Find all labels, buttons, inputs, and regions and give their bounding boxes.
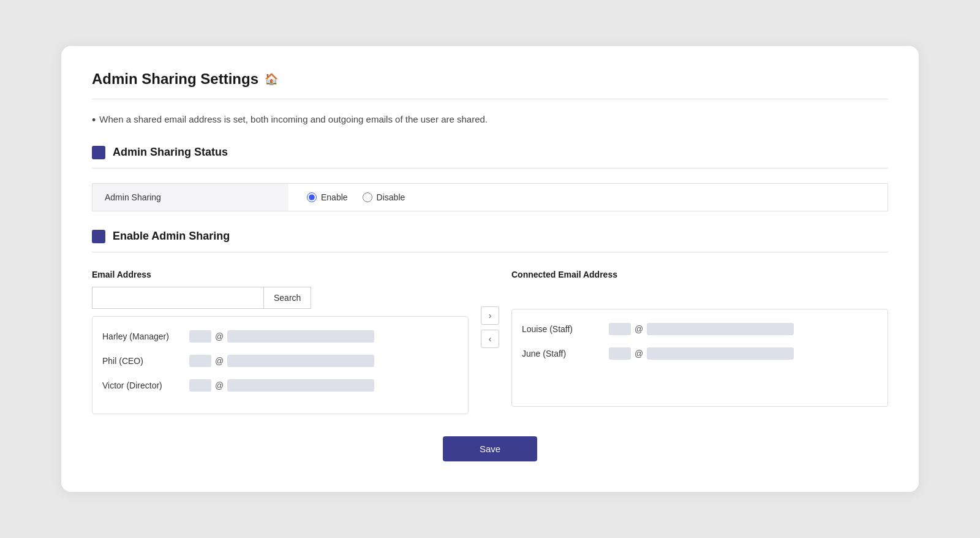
title-divider (92, 99, 888, 99)
disable-label: Disable (377, 192, 405, 202)
at-sign: @ (215, 332, 224, 341)
email-domain-block (227, 330, 374, 343)
at-sign: @ (635, 349, 643, 358)
arrow-buttons: › ‹ (469, 306, 511, 348)
status-section-header: Admin Sharing Status (92, 146, 888, 159)
email-domain-block (227, 379, 374, 392)
main-card: Admin Sharing Settings 🏠 When a shared e… (61, 46, 919, 492)
enable-radio-option[interactable]: Enable (307, 192, 348, 202)
enable-label: Enable (321, 192, 348, 202)
user-email: @ (609, 347, 878, 360)
page-title-text: Admin Sharing Settings (92, 70, 258, 88)
move-right-button[interactable]: › (481, 306, 499, 325)
user-email: @ (609, 323, 878, 335)
email-domain-block (647, 347, 794, 360)
list-item: Victor (Director) @ (102, 373, 458, 398)
admin-sharing-value: Enable Disable (288, 184, 423, 211)
status-section-icon (92, 146, 105, 159)
email-prefix-block (189, 379, 211, 392)
enable-section: Enable Admin Sharing Email Address Searc… (92, 230, 888, 461)
at-sign: @ (215, 356, 224, 366)
search-row: Search (92, 287, 469, 309)
user-name: Phil (CEO) (102, 356, 182, 366)
info-note: When a shared email address is set, both… (92, 114, 888, 127)
email-domain-block (227, 355, 374, 367)
user-name: Louise (Staff) (522, 324, 601, 334)
at-sign: @ (215, 381, 224, 390)
email-address-header: Email Address (92, 270, 469, 279)
disable-radio[interactable] (363, 192, 372, 202)
sharing-body: Email Address Search Harley (Manager) @ (92, 270, 888, 414)
save-row: Save (92, 436, 888, 461)
connected-user-list-box: Louise (Staff) @ June (Staff) @ (511, 309, 888, 407)
user-list-box: Harley (Manager) @ Phil (CEO) @ (92, 316, 469, 414)
email-prefix-block (189, 355, 211, 367)
connected-column: Connected Email Address Louise (Staff) @ (511, 270, 888, 407)
search-input[interactable] (92, 287, 263, 309)
user-email: @ (189, 330, 458, 343)
user-name: June (Staff) (522, 349, 601, 358)
admin-sharing-label: Admin Sharing (92, 184, 288, 211)
email-prefix-block (609, 347, 631, 360)
page-title: Admin Sharing Settings 🏠 (92, 70, 888, 88)
admin-sharing-table: Admin Sharing Enable Disable (92, 183, 888, 211)
connected-email-header: Connected Email Address (511, 270, 888, 279)
email-domain-block (647, 323, 794, 335)
enable-section-header: Enable Admin Sharing (92, 230, 888, 243)
radio-group: Enable Disable (307, 192, 405, 202)
status-divider (92, 168, 888, 169)
list-item: Harley (Manager) @ (102, 324, 458, 349)
user-email: @ (189, 355, 458, 367)
move-left-button[interactable]: ‹ (481, 330, 499, 348)
user-name: Victor (Director) (102, 381, 182, 390)
user-email: @ (189, 379, 458, 392)
home-icon: 🏠 (265, 72, 278, 86)
at-sign: @ (635, 324, 643, 334)
enable-divider (92, 252, 888, 252)
search-button[interactable]: Search (263, 287, 311, 309)
status-section-title: Admin Sharing Status (113, 146, 228, 159)
enable-section-title: Enable Admin Sharing (113, 230, 230, 243)
enable-radio[interactable] (307, 192, 317, 202)
user-name: Harley (Manager) (102, 332, 182, 341)
email-prefix-block (189, 330, 211, 343)
list-item: Louise (Staff) @ (522, 317, 878, 341)
list-item: June (Staff) @ (522, 341, 878, 366)
list-item: Phil (CEO) @ (102, 349, 458, 373)
email-column: Email Address Search Harley (Manager) @ (92, 270, 469, 414)
disable-radio-option[interactable]: Disable (363, 192, 405, 202)
email-prefix-block (609, 323, 631, 335)
table-row: Admin Sharing Enable Disable (92, 184, 888, 211)
enable-section-icon (92, 230, 105, 243)
save-button[interactable]: Save (443, 436, 537, 461)
